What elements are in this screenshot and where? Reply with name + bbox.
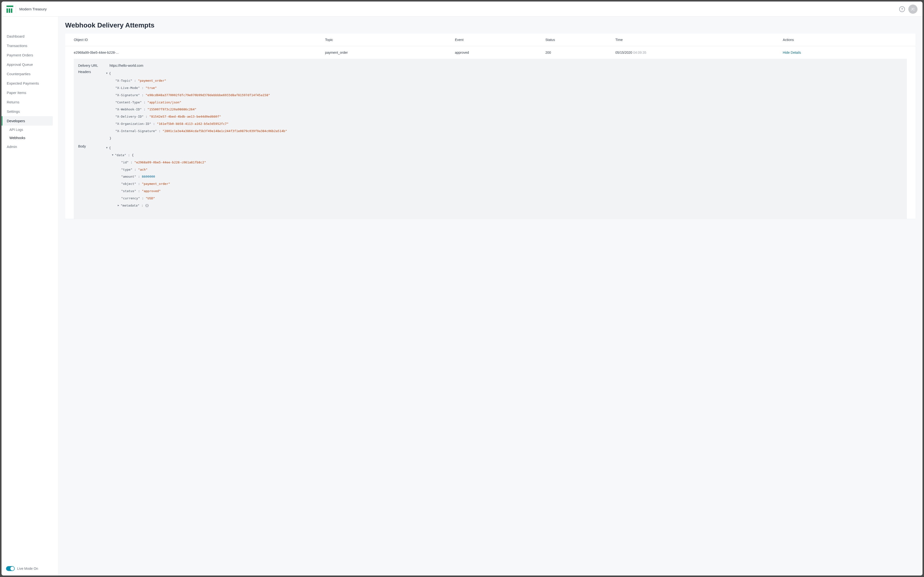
caret-down-icon[interactable]: ▼ (112, 152, 115, 158)
caret-down-icon[interactable]: ▼ (106, 145, 109, 150)
cell-object-id: e2968a99-0be5-44ee-b228-... (65, 46, 322, 59)
avatar[interactable]: JC (908, 5, 918, 14)
help-icon[interactable]: ? (899, 6, 905, 12)
sidebar-item-dashboard[interactable]: Dashboard (2, 32, 58, 41)
live-mode-label: Live Mode On (17, 567, 38, 571)
webhook-table: Object ID Topic Event Status Time Action… (65, 34, 916, 59)
cell-topic: payment_order (322, 46, 452, 59)
cell-time: 05/15/2020 04:09:35 (612, 46, 780, 59)
col-status: Status (543, 34, 612, 46)
col-time: Time (612, 34, 780, 46)
hide-details-link[interactable]: Hide Details (783, 51, 801, 55)
sidebar-item-payment-orders[interactable]: Payment Orders (2, 50, 58, 60)
logo-icon (6, 6, 16, 13)
headers-json: ▼{"X-Topic" : "payment_order""X-Live-Mod… (110, 70, 903, 142)
sidebar-item-settings[interactable]: Settings (2, 107, 58, 116)
topbar: Modern Treasury ? JC (2, 2, 922, 17)
caret-down-icon[interactable]: ▼ (106, 70, 109, 76)
col-object-id: Object ID (65, 34, 322, 46)
cell-time-date: 05/15/2020 (615, 51, 632, 55)
sidebar-item-approval-queue[interactable]: Approval Queue (2, 60, 58, 69)
col-actions: Actions (780, 34, 916, 46)
delivery-url-value: https://hello-world.com (110, 64, 903, 68)
sidebar-item-returns[interactable]: Returns (2, 97, 58, 107)
headers-label: Headers (78, 70, 110, 74)
live-mode-toggle[interactable] (6, 566, 15, 571)
webhook-details: Delivery URL https://hello-world.com Hea… (74, 59, 907, 219)
sidebar-subitem-api-logs[interactable]: API Logs (2, 126, 58, 134)
body-label: Body (78, 144, 110, 148)
col-topic: Topic (322, 34, 452, 46)
sidebar: Dashboard Transactions Payment Orders Ap… (2, 17, 58, 575)
sidebar-item-transactions[interactable]: Transactions (2, 41, 58, 50)
caret-right-icon[interactable]: ▶ (118, 203, 121, 208)
sidebar-item-paper-items[interactable]: Paper Items (2, 88, 58, 97)
sidebar-item-expected-payments[interactable]: Expected Payments (2, 79, 58, 88)
cell-status: 200 (543, 46, 612, 59)
main-content: Webhook Delivery Attempts Object ID Topi… (58, 17, 922, 575)
page-title: Webhook Delivery Attempts (65, 21, 916, 29)
table-row: e2968a99-0be5-44ee-b228-... payment_orde… (65, 46, 916, 59)
col-event: Event (452, 34, 543, 46)
webhook-attempts-panel: Object ID Topic Event Status Time Action… (65, 34, 916, 219)
brand-name: Modern Treasury (19, 7, 47, 11)
sidebar-subitem-webhooks[interactable]: Webhooks (2, 134, 58, 142)
body-json: ▼{▼"data" : {"id" : "e2968a99-0be5-44ee-… (110, 144, 903, 209)
sidebar-item-developers[interactable]: Developers (2, 116, 53, 126)
sidebar-item-admin[interactable]: Admin (2, 142, 58, 152)
delivery-url-label: Delivery URL (78, 64, 110, 68)
cell-event: approved (452, 46, 543, 59)
cell-time-clock: 04:09:35 (633, 51, 646, 55)
sidebar-item-counterparties[interactable]: Counterparties (2, 69, 58, 79)
